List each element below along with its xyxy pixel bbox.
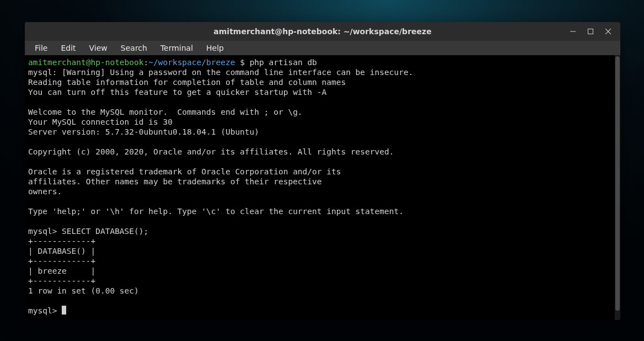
window-title: amitmerchant@hp-notebook: ~/workspace/br… — [213, 27, 431, 36]
prompt-userhost: amitmerchant@hp-notebook — [28, 58, 144, 67]
terminal-line: +------------+ — [28, 276, 95, 285]
terminal-line: Your MySQL connection id is 30 — [28, 118, 173, 126]
terminal-line: +------------+ — [28, 237, 95, 246]
terminal-line: Welcome to the MySQL monitor. Commands e… — [28, 108, 303, 116]
maximize-button[interactable] — [582, 24, 599, 39]
svg-rect-1 — [588, 29, 593, 34]
prompt-slash1: / — [153, 58, 158, 67]
minimize-button[interactable] — [564, 24, 582, 39]
scrollbar[interactable] — [615, 55, 620, 320]
minimize-icon — [570, 29, 576, 34]
terminal-line: mysql: [Warning] Using a password on the… — [28, 68, 413, 77]
terminal-line: | DATABASE() | — [28, 247, 95, 255]
window-controls — [564, 22, 617, 41]
terminal-line: | breeze | — [28, 267, 95, 275]
terminal-line: Type 'help;' or '\h' for help. Type '\c'… — [28, 207, 404, 216]
terminal-line: 1 row in set (0.00 sec) — [28, 286, 139, 295]
titlebar[interactable]: amitmerchant@hp-notebook: ~/workspace/br… — [25, 22, 620, 41]
menu-file[interactable]: File — [29, 42, 53, 54]
terminal-line: mysql> SELECT DATABASE(); — [28, 227, 148, 236]
cursor — [62, 306, 66, 315]
prompt-seg2: breeze — [206, 58, 235, 67]
prompt-slash2: / — [201, 58, 206, 67]
maximize-icon — [588, 29, 593, 34]
prompt-dollar: $ — [235, 58, 249, 67]
prompt-seg1: workspace — [158, 58, 202, 67]
terminal-line: Copyright (c) 2000, 2020, Oracle and/or … — [28, 147, 394, 156]
terminal-area: amitmerchant@hp-notebook:~/workspace/bre… — [25, 55, 620, 320]
terminal-output[interactable]: amitmerchant@hp-notebook:~/workspace/bre… — [25, 55, 615, 320]
menu-terminal[interactable]: Terminal — [155, 42, 198, 54]
terminal-line: Server version: 5.7.32-0ubuntu0.18.04.1 … — [28, 127, 259, 136]
terminal-line: mysql> — [28, 306, 62, 315]
prompt-colon: : — [144, 58, 149, 67]
terminal-line: Oracle is a registered trademark of Orac… — [28, 167, 341, 176]
menu-help[interactable]: Help — [201, 42, 229, 54]
close-icon — [605, 29, 611, 34]
menu-view[interactable]: View — [84, 42, 113, 54]
close-button[interactable] — [599, 24, 617, 39]
prompt-tilde: ~ — [148, 58, 153, 67]
terminal-line: +------------+ — [28, 257, 95, 265]
svg-rect-0 — [570, 31, 576, 32]
terminal-window: amitmerchant@hp-notebook: ~/workspace/br… — [25, 22, 620, 320]
menubar: File Edit View Search Terminal Help — [25, 41, 620, 55]
scrollbar-thumb[interactable] — [615, 56, 620, 311]
terminal-line: You can turn off this feature to get a q… — [28, 88, 326, 97]
terminal-line: affiliates. Other names may be trademark… — [28, 177, 322, 186]
menu-search[interactable]: Search — [115, 42, 153, 54]
menu-edit[interactable]: Edit — [55, 42, 81, 54]
terminal-line: owners. — [28, 187, 62, 196]
desktop-background: amitmerchant@hp-notebook: ~/workspace/br… — [0, 0, 644, 341]
prompt-command: php artisan db — [250, 58, 317, 67]
terminal-line: Reading table information for completion… — [28, 78, 346, 87]
